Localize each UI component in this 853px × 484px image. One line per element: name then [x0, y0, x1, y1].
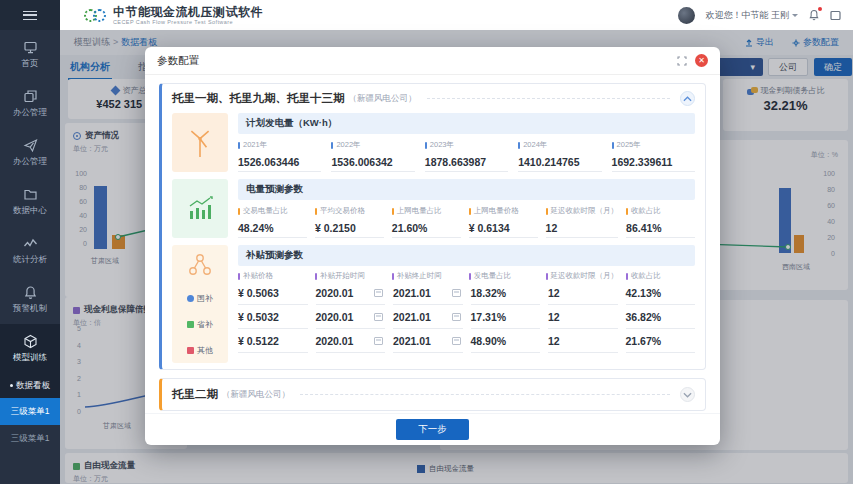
grid-ratio-input[interactable]: 21.60% [392, 218, 461, 238]
subsidy-end-input[interactable]: 2021.01 [393, 329, 463, 353]
row-label-text: 国补 [197, 293, 213, 304]
wind-turbine-icon [172, 113, 228, 172]
subsidy-end-input[interactable]: 2021.01 [393, 281, 463, 305]
row-label-provincial: 省补 [187, 311, 213, 337]
field-2021: 2021年 1526.063446 [238, 140, 321, 172]
column-label: 发电量占比 [474, 271, 512, 281]
label-tick [626, 208, 628, 215]
delay-months-input[interactable]: 12 [548, 281, 618, 305]
sidebar-item-model-training[interactable]: 模型训练 [0, 324, 60, 373]
generation-2021-input[interactable]: 1526.063446 [238, 152, 321, 172]
label-tick [331, 142, 333, 149]
screen-icon [830, 10, 841, 21]
trade-ratio-input[interactable]: 48.24% [238, 218, 307, 238]
fullscreen-button[interactable] [830, 10, 841, 21]
subsidy-start-input[interactable]: 2020.01 [316, 329, 386, 353]
sidebar-level3-item-active[interactable]: 三级菜单1 [0, 398, 60, 425]
close-icon[interactable]: ✕ [695, 54, 708, 67]
subsidy-price-input[interactable]: ¥ 0.5063 [238, 281, 308, 305]
calendar-icon[interactable] [452, 289, 461, 297]
subsidy-price-input[interactable]: ¥ 0.5032 [238, 305, 308, 329]
field-label: 2024年 [523, 140, 547, 150]
power-forecast-block: 电量预测参数 交易电量占比 48.24% 平均交易价格 ¥ 0.2150 [172, 179, 695, 238]
label-tick [392, 208, 394, 215]
folder-icon [23, 187, 38, 202]
collapse-button[interactable] [680, 91, 695, 106]
field-grid-ratio: 上网电量占比 21.60% [392, 206, 461, 238]
section-title: 托里一期、托里九期、托里十三期 [172, 91, 345, 106]
modal-footer: 下一步 [145, 413, 720, 445]
calendar-icon[interactable] [374, 337, 383, 345]
subsidy-start-input[interactable]: 2020.01 [316, 305, 386, 329]
project-section-1: 托里一期、托里九期、托里十三期 （新疆风电公司） 计划发电量（KW·h） 2 [159, 83, 706, 370]
calendar-icon[interactable] [452, 313, 461, 321]
sidebar-item-label: 办公管理 [13, 156, 47, 168]
generation-2025-input[interactable]: 1692.339611 [612, 152, 695, 172]
welcome-text: 欢迎您！中节能 王刚 [705, 9, 789, 22]
collection-ratio-input[interactable]: 21.67% [626, 329, 696, 353]
block-title: 补贴预测参数 [238, 245, 695, 266]
sidebar-level3-item[interactable]: 三级菜单1 [0, 425, 60, 452]
subsidy-row-national: ¥ 0.5063 2020.01 2021.01 18.32% 12 42.13… [238, 281, 695, 305]
delay-months-input[interactable]: 12 [548, 329, 618, 353]
sidebar-subitem-dashboard[interactable]: 数据看板 [0, 373, 60, 398]
label-tick [612, 142, 614, 149]
menu-toggle-button[interactable] [0, 0, 60, 30]
row-label-other: 其他 [187, 337, 213, 363]
generation-2023-input[interactable]: 1878.663987 [425, 152, 508, 172]
subsidy-price-input[interactable]: ¥ 0.5122 [238, 329, 308, 353]
delay-months-input[interactable]: 12 [548, 305, 618, 329]
collection-ratio-input[interactable]: 36.82% [626, 305, 696, 329]
field-2023: 2023年 1878.663987 [425, 140, 508, 172]
sidebar-item-home[interactable]: 首页 [0, 30, 60, 79]
bullet-icon [10, 384, 13, 387]
next-step-button[interactable]: 下一步 [396, 419, 469, 440]
date-text: 2020.01 [316, 335, 354, 347]
subsidy-end-input[interactable]: 2021.01 [393, 305, 463, 329]
calendar-icon[interactable] [374, 313, 383, 321]
dashed-divider [427, 98, 671, 99]
field-delay-months: 延迟收款时限（月） 12 [546, 206, 619, 238]
user-menu[interactable]: 欢迎您！中节能 王刚 [705, 9, 798, 22]
subsidy-start-input[interactable]: 2020.01 [316, 281, 386, 305]
expand-section-button[interactable] [680, 387, 695, 402]
date-text: 2021.01 [393, 287, 431, 299]
sidebar-item-data-center[interactable]: 数据中心 [0, 177, 60, 226]
provincial-subsidy-icon [187, 321, 194, 328]
send-icon [23, 138, 38, 153]
field-2022: 2022年 1536.006342 [331, 140, 414, 172]
expand-icon[interactable] [677, 56, 687, 66]
sidebar-item-office-2[interactable]: 办公管理 [0, 128, 60, 177]
field-2024: 2024年 1410.214765 [518, 140, 601, 172]
row-label-text: 其他 [197, 345, 213, 356]
block-title: 计划发电量（KW·h） [238, 113, 695, 134]
calendar-icon[interactable] [452, 337, 461, 345]
generation-ratio-input[interactable]: 18.32% [471, 281, 541, 305]
column-label: 延迟收款时限（月） [551, 271, 619, 281]
sidebar-item-statistics[interactable]: 统计分析 [0, 226, 60, 275]
cube-icon [23, 334, 38, 349]
field-label: 平均交易价格 [320, 206, 365, 216]
label-tick [469, 208, 471, 215]
calendar-icon[interactable] [374, 289, 383, 297]
grid-price-input[interactable]: ¥ 0.6134 [469, 218, 538, 238]
collection-ratio-input[interactable]: 42.13% [626, 281, 696, 305]
field-label: 上网电量价格 [474, 206, 519, 216]
column-label: 补贴开始时间 [320, 271, 365, 281]
pulse-chart-icon [23, 236, 38, 251]
notifications-button[interactable] [808, 9, 820, 21]
avg-price-input[interactable]: ¥ 0.2150 [315, 218, 384, 238]
generation-2024-input[interactable]: 1410.214765 [518, 152, 601, 172]
label-tick [238, 142, 240, 149]
section-company: （新疆风电公司） [349, 93, 417, 105]
sidebar: 首页 办公管理 办公管理 数据中心 统计分析 预警机制 模型训练 [0, 0, 60, 484]
field-grid-price: 上网电量价格 ¥ 0.6134 [469, 206, 538, 238]
delay-months-input[interactable]: 12 [546, 218, 619, 238]
generation-ratio-input[interactable]: 48.90% [471, 329, 541, 353]
generation-ratio-input[interactable]: 17.31% [471, 305, 541, 329]
user-avatar[interactable] [678, 7, 695, 24]
sidebar-item-warning[interactable]: 预警机制 [0, 275, 60, 324]
generation-2022-input[interactable]: 1536.006342 [331, 152, 414, 172]
collection-ratio-input[interactable]: 86.41% [626, 218, 695, 238]
sidebar-item-office-1[interactable]: 办公管理 [0, 79, 60, 128]
